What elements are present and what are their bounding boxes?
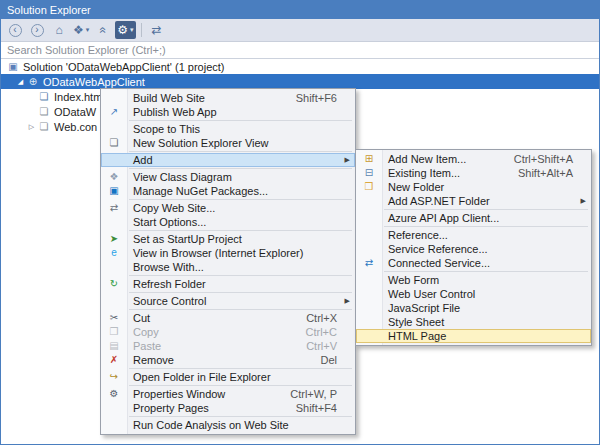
menu-item-javascript-file[interactable]: JavaScript File [356, 301, 591, 315]
class-diagram-icon: ❖ [101, 170, 127, 184]
menu-item-source-control[interactable]: Source Control ▶ [101, 294, 355, 308]
menu-item-connected-service[interactable]: ⇄ Connected Service... [356, 256, 591, 270]
project-context-menu: Build Web Site Shift+F6 ↗ Publish Web Ap… [100, 88, 356, 435]
menu-item-azure-api-app-client[interactable]: Azure API App Client... [356, 211, 591, 225]
file-label: Index.htm [54, 91, 102, 103]
properties-icon: ⚙ [101, 387, 127, 401]
menu-item-remove[interactable]: ✗ Remove Del [101, 353, 355, 367]
home-icon: ⌂ [55, 23, 62, 37]
menu-item-html-page[interactable]: HTML Page [356, 329, 591, 343]
menu-item-browse-with[interactable]: Browse With... [101, 260, 355, 274]
menu-item-new-solution-explorer-view[interactable]: ❏ New Solution Explorer View [101, 136, 355, 150]
back-button[interactable]: ‹ [5, 21, 25, 39]
search-input[interactable] [1, 44, 599, 56]
menu-item-scope-to-this[interactable]: Scope to This [101, 122, 355, 136]
menu-item-add-new-item[interactable]: ⊞ Add New Item... Ctrl+Shift+A [356, 152, 591, 166]
menu-item-build-web-site[interactable]: Build Web Site Shift+F6 [101, 91, 355, 105]
copy-icon: ❐ [101, 325, 127, 339]
menu-separator [129, 199, 352, 200]
open-folder-icon: ↪ [101, 370, 127, 384]
web-project-icon: ⊕ [26, 76, 40, 87]
paste-icon: ▤ [101, 339, 127, 353]
menu-separator [129, 292, 352, 293]
tree-row-solution[interactable]: ▣ Solution 'ODataWebAppClient' (1 projec… [1, 59, 599, 74]
menu-separator [129, 120, 352, 121]
menu-item-copy-web-site[interactable]: ⇄ Copy Web Site... [101, 201, 355, 215]
wrench-icon: ⚙ [117, 23, 128, 37]
menu-item-publish-web-app[interactable]: ↗ Publish Web App [101, 105, 355, 119]
menu-item-start-options[interactable]: Start Options... [101, 215, 355, 229]
tree-row-project[interactable]: ◢ ⊕ ODataWebAppClient [1, 74, 599, 89]
menu-separator [129, 230, 352, 231]
menu-item-service-reference[interactable]: Service Reference... [356, 242, 591, 256]
copy-website-icon: ⇄ [101, 201, 127, 215]
dropdown-caret-icon: ▾ [130, 26, 134, 34]
add-submenu: ⊞ Add New Item... Ctrl+Shift+A ⊟ Existin… [355, 149, 592, 346]
menu-item-open-folder-in-file-explorer[interactable]: ↪ Open Folder in File Explorer [101, 370, 355, 384]
config-file-icon: ❏ [37, 121, 51, 132]
cut-icon: ✂ [101, 311, 127, 325]
collapsed-twisty-icon[interactable]: ▷ [26, 123, 37, 131]
startup-icon: ➤ [101, 232, 127, 246]
menu-separator [384, 226, 588, 227]
existing-item-icon: ⊟ [356, 166, 382, 180]
menu-item-web-form[interactable]: Web Form [356, 273, 591, 287]
toolbar: ‹›⌂❖▾«⚙▾⇄ [1, 19, 599, 42]
titlebar[interactable]: Solution Explorer [1, 1, 599, 19]
menu-item-view-class-diagram[interactable]: ❖ View Class Diagram [101, 170, 355, 184]
menu-separator [129, 151, 352, 152]
add-new-item-icon: ⊞ [356, 152, 382, 166]
switch-views-icon: ❖ [73, 23, 84, 37]
expanded-twisty-icon[interactable]: ◢ [15, 78, 26, 86]
submenu-arrow-icon: ▶ [581, 194, 586, 208]
window-title: Solution Explorer [7, 4, 91, 16]
menu-separator [129, 275, 352, 276]
publish-icon: ↗ [101, 105, 127, 119]
forward-button[interactable]: › [27, 21, 47, 39]
remove-icon: ✗ [101, 353, 127, 367]
file-label: ODataW [54, 106, 96, 118]
menu-item-property-pages[interactable]: Property Pages Shift+F4 [101, 401, 355, 415]
menu-separator [129, 368, 352, 369]
sync-with-active-button[interactable]: ⇄ [147, 21, 167, 39]
submenu-arrow-icon: ▶ [345, 294, 350, 308]
nuget-icon: ▣ [101, 184, 127, 198]
menu-item-web-user-control[interactable]: Web User Control [356, 287, 591, 301]
menu-item-refresh-folder[interactable]: ↻ Refresh Folder [101, 277, 355, 291]
collapse-all-icon: « [96, 27, 110, 34]
menu-item-new-folder[interactable]: ❒ New Folder [356, 180, 591, 194]
switch-views-button[interactable]: ❖▾ [71, 21, 91, 39]
menu-separator [384, 209, 588, 210]
search-bar [1, 42, 599, 59]
new-view-icon: ❏ [101, 136, 127, 150]
home-button[interactable]: ⌂ [49, 21, 69, 39]
collapse-all-button[interactable]: « [93, 21, 113, 39]
menu-item-style-sheet[interactable]: Style Sheet [356, 315, 591, 329]
solution-icon: ▣ [6, 61, 20, 72]
html-file-icon: ❏ [37, 91, 51, 102]
menu-item-copy[interactable]: ❐ Copy Ctrl+C [101, 325, 355, 339]
menu-item-paste[interactable]: ▤ Paste Ctrl+V [101, 339, 355, 353]
toolbar-separator [141, 23, 142, 37]
menu-item-properties-window[interactable]: ⚙ Properties Window Ctrl+W, P [101, 387, 355, 401]
menu-item-run-code-analysis-on-web-site[interactable]: Run Code Analysis on Web Site [101, 418, 355, 432]
menu-item-manage-nuget-packages[interactable]: ▣ Manage NuGet Packages... [101, 184, 355, 198]
properties-button[interactable]: ⚙▾ [115, 21, 135, 39]
connected-service-icon: ⇄ [356, 256, 382, 270]
menu-item-add[interactable]: Add ▶ [101, 153, 355, 167]
menu-separator [129, 416, 352, 417]
menu-separator [384, 271, 588, 272]
sync-icon: ⇄ [152, 23, 162, 37]
dropdown-caret-icon: ▾ [86, 26, 90, 34]
menu-separator [129, 309, 352, 310]
menu-separator [129, 168, 352, 169]
file-label: Web.con [54, 121, 97, 133]
menu-item-cut[interactable]: ✂ Cut Ctrl+X [101, 311, 355, 325]
menu-item-existing-item[interactable]: ⊟ Existing Item... Shift+Alt+A [356, 166, 591, 180]
refresh-icon: ↻ [101, 277, 127, 291]
menu-item-view-in-browser-internet-explorer[interactable]: e View in Browser (Internet Explorer) [101, 246, 355, 260]
menu-item-add-asp-net-folder[interactable]: Add ASP.NET Folder ▶ [356, 194, 591, 208]
menu-item-reference[interactable]: Reference... [356, 228, 591, 242]
file-icon: ❏ [37, 106, 51, 117]
menu-item-set-as-startup-project[interactable]: ➤ Set as StartUp Project [101, 232, 355, 246]
